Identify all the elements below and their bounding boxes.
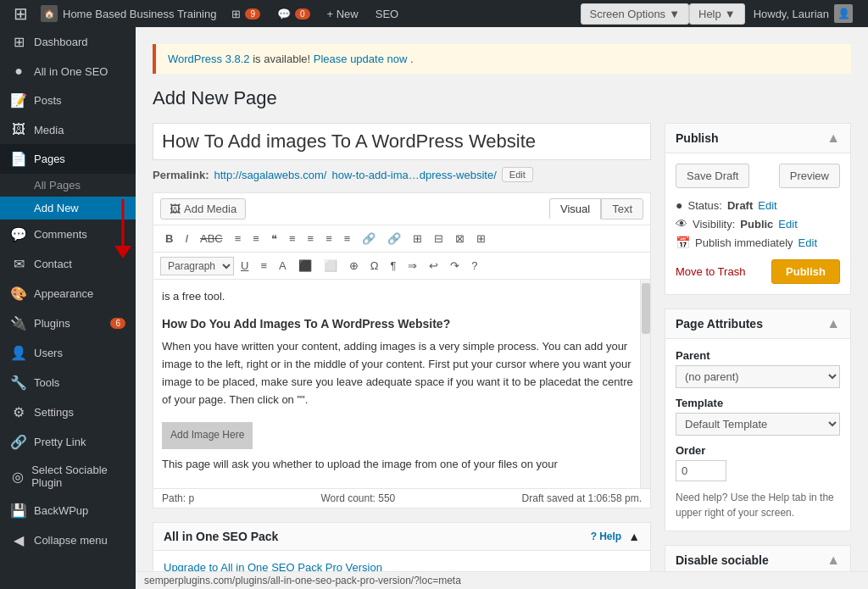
sidebar-item-settings[interactable]: ⚙ Settings — [0, 397, 136, 427]
sidebar-item-label: Pretty Link — [34, 436, 86, 448]
sidebar-subitem-add-new[interactable]: Add New — [0, 197, 136, 219]
status-bar-text: semperplugins.com/plugins/all-in-one-seo… — [144, 575, 461, 586]
adminbar-items: ⊞ 9 💬 0 + New SEO — [223, 0, 580, 27]
permalink-base-link[interactable]: http://sagalawebs.com/ — [214, 169, 326, 181]
order-label: Order — [676, 444, 840, 457]
tools-icon: 🔧 — [10, 375, 27, 391]
toolbar-fullscreen[interactable]: ⊠ — [450, 229, 470, 248]
toolbar-underline[interactable]: U — [236, 256, 253, 275]
adminbar-new[interactable]: + New — [319, 0, 367, 27]
permalink-edit-button[interactable]: Edit — [502, 167, 533, 182]
toolbar-strikethrough[interactable]: ABC — [195, 229, 228, 248]
sidebar-item-label: Dashboard — [34, 36, 88, 48]
sidebar-item-contact[interactable]: ✉ Contact — [0, 249, 136, 279]
adminbar-updates[interactable]: ⊞ 9 — [223, 0, 269, 27]
order-input[interactable] — [676, 460, 726, 481]
template-select[interactable]: Default Template — [676, 413, 840, 436]
preview-button[interactable]: Preview — [779, 164, 840, 188]
toolbar-align-justify[interactable]: ≡ — [339, 229, 356, 248]
toolbar-help[interactable]: ? — [466, 256, 482, 275]
editor-scrollbar[interactable] — [640, 280, 650, 488]
toolbar-paste-text[interactable]: ⬛ — [293, 256, 317, 275]
notice-text-middle: is available! — [253, 53, 314, 65]
toolbar-link[interactable]: 🔗 — [357, 229, 381, 248]
tab-visual[interactable]: Visual — [549, 198, 601, 219]
editor-content[interactable]: is a free tool. How Do You Add Images To… — [153, 280, 650, 488]
screen-options-button[interactable]: Screen Options ▼ — [581, 3, 689, 25]
toolbar-bold[interactable]: B — [160, 229, 178, 248]
sidebar-item-media[interactable]: 🖼 Media — [0, 115, 136, 144]
sidebar-item-dashboard[interactable]: ⊞ Dashboard — [0, 27, 136, 57]
toolbar-paste-word[interactable]: ⬜ — [319, 256, 342, 275]
publish-panel-toggle-icon[interactable]: ▲ — [826, 131, 840, 146]
toolbar-ul[interactable]: ≡ — [230, 229, 247, 248]
sidebar-item-tools[interactable]: 🔧 Tools — [0, 368, 136, 397]
toolbar-remove[interactable]: ⊟ — [429, 229, 448, 248]
toolbar-insert[interactable]: ⊞ — [408, 229, 427, 248]
toolbar-paragraph[interactable]: ¶ — [385, 256, 401, 275]
adminbar-seo[interactable]: SEO — [367, 0, 407, 27]
sidebar-item-all-in-one-seo[interactable]: ● All in One SEO — [0, 57, 136, 86]
help-button[interactable]: Help ▼ — [689, 3, 745, 25]
toolbar-redo[interactable]: ↷ — [445, 256, 465, 275]
sidebar-item-collapse[interactable]: ◀ Collapse menu — [0, 525, 136, 555]
toolbar-outdent[interactable]: ⇒ — [403, 256, 422, 275]
toolbar-align-center[interactable]: ≡ — [303, 229, 320, 248]
admin-menu: ⊞ Dashboard ● All in One SEO 📝 Posts 🖼 M… — [0, 27, 136, 589]
wp-logo-icon[interactable]: ⊞ — [7, 0, 34, 27]
toolbar-ol[interactable]: ≡ — [248, 229, 264, 248]
move-to-trash-link[interactable]: Move to Trash — [676, 265, 745, 278]
toolbar-table[interactable]: ⊞ — [471, 229, 491, 248]
toolbar-align-left2[interactable]: ≡ — [255, 256, 272, 275]
pages-icon: 📄 — [10, 151, 27, 167]
schedule-edit-link[interactable]: Edit — [798, 236, 817, 249]
seo-help-link[interactable]: ? Help — [591, 531, 621, 542]
add-media-button[interactable]: 🖼 Add Media — [160, 198, 246, 219]
visibility-edit-link[interactable]: Edit — [778, 218, 797, 231]
sidebar-item-users[interactable]: 👤 Users — [0, 338, 136, 368]
sidebar-item-appearance[interactable]: 🎨 Appearance — [0, 279, 136, 308]
toolbar-align-left[interactable]: ≡ — [284, 229, 301, 248]
please-update-link[interactable]: Please update now — [314, 53, 410, 65]
status-edit-link[interactable]: Edit — [758, 199, 776, 212]
howdy-section[interactable]: Howdy, Laurian 👤 — [745, 0, 861, 27]
publish-panel-header[interactable]: Publish ▲ — [665, 124, 850, 153]
publish-footer: Move to Trash Publish — [676, 259, 840, 284]
tab-text[interactable]: Text — [601, 198, 643, 219]
page-attributes-panel: Page Attributes ▲ Parent (no parent) Tem… — [665, 308, 851, 531]
sidebar-item-backwpup[interactable]: 💾 BackWPup — [0, 496, 136, 525]
page-attributes-toggle-icon[interactable]: ▲ — [826, 316, 840, 331]
page-attributes-header[interactable]: Page Attributes ▲ — [665, 309, 850, 339]
toolbar-align-right[interactable]: ≡ — [320, 229, 337, 248]
post-title-input[interactable] — [153, 123, 651, 160]
toolbar-text-color[interactable]: A — [274, 256, 292, 275]
sidebar-subitem-all-pages[interactable]: All Pages — [0, 174, 136, 197]
seo-collapse-icon[interactable]: ▲ — [628, 530, 640, 543]
permalink-edit-label: Edit — [509, 169, 526, 180]
sidebar-item-select-sociable[interactable]: ◎ Select Sociable Plugin — [0, 457, 136, 496]
site-name-bar[interactable]: 🏠 Home Based Business Training — [34, 0, 223, 27]
sidebar-item-posts[interactable]: 📝 Posts — [0, 86, 136, 115]
wordpress-version-link[interactable]: WordPress 3.8.2 — [168, 53, 253, 65]
sidebar-item-plugins[interactable]: 🔌 Plugins 6 — [0, 308, 136, 338]
sidebar-item-pages[interactable]: 📄 Pages — [0, 144, 136, 174]
sidebar-item-comments[interactable]: 💬 Comments — [0, 219, 136, 249]
plugins-badge: 6 — [110, 318, 125, 329]
toolbar-unlink[interactable]: 🔗 — [382, 229, 406, 248]
adminbar-comments[interactable]: 💬 0 — [269, 0, 319, 27]
parent-row: Parent (no parent) — [676, 349, 840, 388]
save-draft-button[interactable]: Save Draft — [676, 164, 749, 188]
parent-select[interactable]: (no parent) — [676, 365, 840, 388]
permalink-slug-link[interactable]: how-to-add-ima…dpress-website/ — [331, 169, 496, 181]
toolbar-blockquote[interactable]: ❝ — [266, 229, 282, 248]
main-content: WordPress 3.8.2 is available! Please upd… — [136, 27, 868, 589]
toolbar-undo[interactable]: ↩ — [424, 256, 443, 275]
sidebar-item-pretty-link[interactable]: 🔗 Pretty Link — [0, 427, 136, 457]
disable-sociable-toggle-icon[interactable]: ▲ — [826, 553, 840, 568]
toolbar-custom-char[interactable]: ⊕ — [344, 256, 364, 275]
publish-button[interactable]: Publish — [771, 259, 840, 284]
format-select[interactable]: Paragraph — [160, 257, 234, 275]
toolbar-italic[interactable]: I — [180, 229, 193, 248]
toolbar-omega[interactable]: Ω — [365, 256, 384, 275]
sidebar-item-label: Settings — [34, 406, 74, 419]
